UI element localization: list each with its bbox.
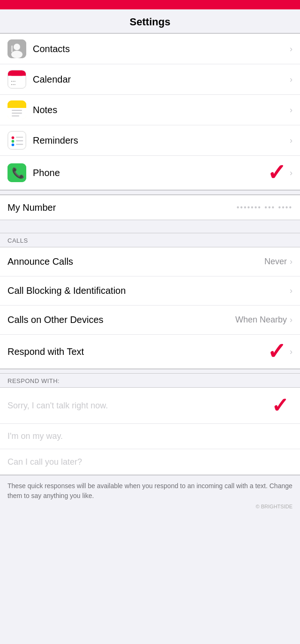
svg-point-17 [12, 140, 15, 143]
announce-calls-value: Never [264, 257, 287, 267]
notes-label: Notes [33, 105, 290, 115]
respond-check-icon-1: ✓ [271, 395, 289, 416]
svg-rect-6 [8, 73, 26, 76]
settings-row-calls-other-devices[interactable]: Calls on Other Devices When Nearby › [0, 306, 300, 335]
status-bar [0, 0, 300, 9]
reminders-chevron: › [290, 136, 292, 146]
section-divider-2 [0, 369, 300, 374]
respond-row-1[interactable]: Sorry, I can't talk right now. ✓ [0, 388, 300, 424]
calls-settings-group: Announce Calls Never › Call Blocking & I… [0, 247, 300, 369]
settings-row-notes[interactable]: Notes › [0, 95, 300, 125]
contacts-icon [8, 39, 26, 58]
svg-rect-3 [11, 46, 13, 52]
notes-chevron: › [290, 105, 292, 115]
phone-chevron: › [290, 168, 292, 178]
svg-text:📞: 📞 [12, 167, 25, 179]
svg-point-2 [11, 51, 22, 58]
calendar-chevron: › [290, 75, 292, 84]
phone-icon: 📞 [8, 163, 26, 182]
respond-row-3[interactable]: Can I call you later? [0, 449, 300, 475]
settings-header: Settings [0, 9, 300, 33]
respond-with-section-header: RESPOND WITH: [0, 374, 300, 387]
contacts-label: Contacts [33, 44, 290, 54]
phone-label: Phone [33, 168, 267, 178]
calendar-icon: • • • • • • [8, 70, 26, 89]
calls-section-header: CALLS [0, 233, 300, 247]
settings-row-reminders[interactable]: Reminders › [0, 125, 300, 156]
settings-row-announce-calls[interactable]: Announce Calls Never › [0, 247, 300, 276]
reminders-label: Reminders [33, 135, 290, 146]
svg-rect-11 [8, 114, 26, 119]
svg-rect-13 [12, 113, 22, 114]
reminders-icon [8, 131, 26, 150]
contacts-chevron: › [290, 44, 292, 54]
my-number-label: My Number [8, 202, 237, 213]
svg-rect-20 [16, 140, 23, 141]
announce-calls-label: Announce Calls [8, 256, 264, 267]
svg-rect-14 [12, 115, 19, 116]
calls-other-devices-chevron: › [290, 315, 292, 325]
calls-other-devices-label: Calls on Other Devices [8, 314, 235, 325]
respond-text-3: Can I call you later? [8, 457, 292, 467]
respond-with-group: Sorry, I can't talk right now. ✓ I'm on … [0, 387, 300, 475]
svg-rect-19 [16, 137, 23, 138]
announce-calls-chevron: › [290, 257, 292, 267]
svg-rect-12 [12, 110, 22, 111]
svg-point-18 [12, 144, 15, 146]
svg-rect-21 [16, 144, 23, 145]
respond-text-1: Sorry, I can't talk right now. [8, 401, 271, 411]
copyright: © BRIGHTSIDE [8, 503, 292, 511]
my-number-value: ••••••• ••• •••• [237, 203, 292, 212]
respond-with-text-label: Respond with Text [8, 346, 267, 357]
svg-text:•  •  •: • • • [11, 80, 15, 83]
page-title: Settings [130, 16, 171, 28]
svg-point-1 [14, 44, 20, 50]
svg-point-16 [12, 136, 15, 139]
settings-row-respond-with-text[interactable]: Respond with Text ✓ › [0, 335, 300, 368]
section-divider-top [0, 190, 300, 195]
top-settings-group: Contacts › • • • • • • Calendar › [0, 33, 300, 190]
call-blocking-chevron: › [290, 286, 292, 296]
settings-row-calendar[interactable]: • • • • • • Calendar › [0, 64, 300, 95]
respond-with-text-chevron: › [290, 347, 292, 357]
call-blocking-label: Call Blocking & Identification [8, 285, 290, 296]
calls-other-devices-value: When Nearby [235, 315, 287, 325]
phone-check-icon: ✓ [267, 161, 286, 184]
settings-row-call-blocking[interactable]: Call Blocking & Identification › [0, 276, 300, 306]
respond-with-text-check-icon: ✓ [267, 340, 286, 363]
calendar-label: Calendar [33, 74, 290, 85]
footer-note: These quick responses will be available … [0, 475, 300, 516]
svg-text:•  •  •: • • • [11, 83, 15, 86]
settings-row-contacts[interactable]: Contacts › [0, 34, 300, 64]
spacer-1 [0, 220, 300, 233]
footer-text: These quick responses will be available … [8, 482, 292, 499]
my-number-row[interactable]: My Number ••••••• ••• •••• [0, 195, 300, 220]
settings-row-phone[interactable]: 📞 Phone ✓ › [0, 156, 300, 190]
notes-icon [8, 100, 26, 119]
respond-text-2: I'm on my way. [8, 431, 292, 441]
respond-row-2[interactable]: I'm on my way. [0, 424, 300, 449]
